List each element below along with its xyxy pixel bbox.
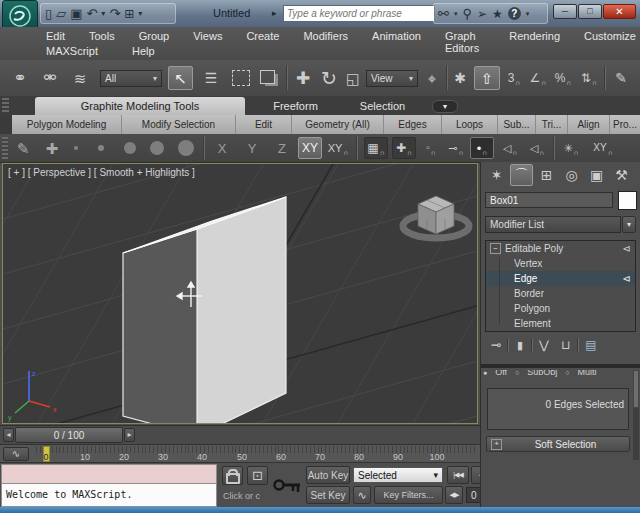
- window-close-button[interactable]: ✕: [603, 4, 636, 19]
- menu-modifiers[interactable]: Modifiers: [299, 29, 352, 55]
- key-mode-selection-dropdown[interactable]: Selected ▾: [353, 467, 443, 483]
- collapse-box-icon[interactable]: −: [490, 243, 501, 254]
- window-minimize-button[interactable]: ─: [553, 4, 577, 19]
- infocenter-arrow-icon[interactable]: ▸: [272, 9, 277, 18]
- constraint-z-button[interactable]: Z: [272, 139, 292, 157]
- rollout-expand-icon[interactable]: +: [491, 439, 502, 450]
- panel-tab-geometry-all[interactable]: Geometry (All): [292, 115, 384, 134]
- redo-icon[interactable]: ↷: [109, 7, 120, 20]
- hierarchy-tab-icon[interactable]: ⊞: [535, 164, 558, 186]
- window-maximize-button[interactable]: □: [578, 4, 602, 19]
- soft-selection-rollout[interactable]: + Soft Selection: [486, 436, 630, 452]
- ribbon-minimize-button[interactable]: ▾: [432, 100, 458, 113]
- panel-scrollbar-track[interactable]: [633, 370, 639, 460]
- panel-tab-edit[interactable]: Edit: [236, 115, 292, 134]
- stack-row-border[interactable]: Border: [486, 286, 635, 301]
- stack-row-polygon[interactable]: Polygon: [486, 301, 635, 316]
- bind-to-spacewarp-icon[interactable]: ≋: [68, 68, 92, 88]
- stack-row-element[interactable]: Element: [486, 316, 635, 331]
- ribbon-grip[interactable]: [2, 98, 9, 113]
- stack-row-vertex[interactable]: Vertex: [486, 256, 635, 271]
- panel-tab-sub[interactable]: Sub...: [498, 115, 536, 134]
- search-input[interactable]: [283, 5, 435, 22]
- constraint-xy-button[interactable]: XY: [298, 137, 322, 159]
- set-keys-button[interactable]: [272, 465, 302, 505]
- time-slider-next-button[interactable]: ▸: [124, 428, 135, 442]
- constraint-xy-snap-icon[interactable]: XY∩: [326, 137, 350, 159]
- open-file-icon[interactable]: ▱: [56, 7, 66, 20]
- workspace-icon[interactable]: ⊞: [124, 8, 134, 20]
- pin-stack-icon[interactable]: ⊸: [485, 339, 507, 351]
- panel-scrollbar-thumb[interactable]: [633, 370, 639, 408]
- grid-snap-button[interactable]: ▦∩: [364, 137, 388, 159]
- panel-tab-align[interactable]: Align: [568, 115, 610, 134]
- undo-caret-icon[interactable]: ▾: [101, 10, 105, 18]
- stack-pin-icon[interactable]: ⊲: [623, 244, 631, 254]
- preview-option-off[interactable]: Off: [495, 370, 507, 377]
- help-icon[interactable]: ?: [508, 7, 521, 20]
- modifier-list-dropdown[interactable]: Modifier List: [485, 216, 621, 233]
- help-caret-icon[interactable]: ▾: [526, 10, 530, 17]
- stack-row-editable-poly[interactable]: − Editable Poly ⊲: [486, 241, 635, 256]
- xy-snap-icon[interactable]: XY∩: [590, 137, 616, 159]
- angle-snap-icon[interactable]: ∠∩: [528, 68, 548, 88]
- keyboard-override-button[interactable]: ⇧: [474, 66, 500, 90]
- viewport-label[interactable]: [ + ] [ Perspective ] [ Smooth + Highlig…: [8, 167, 195, 178]
- maxscript-listener-pink[interactable]: [1, 464, 217, 484]
- track-bar[interactable]: ∿ 0 10 20 30 40 50 60 70 80 90 100: [0, 444, 480, 463]
- open-mini-curve-editor-button[interactable]: ∿: [3, 447, 29, 461]
- menu-rendering[interactable]: Rendering: [505, 29, 564, 55]
- constraint-y-button[interactable]: Y: [242, 139, 262, 157]
- select-and-link-icon[interactable]: ⚭: [8, 68, 32, 88]
- face-snap-icon[interactable]: ◁∩: [499, 137, 521, 159]
- preview-option-subobj[interactable]: SubObj: [527, 370, 557, 377]
- menu-animation[interactable]: Animation: [368, 29, 425, 55]
- key-mode-toggle-button[interactable]: ◀▶: [445, 486, 463, 504]
- snap-toggle-3d-icon[interactable]: 3∩: [504, 68, 524, 88]
- tab-graphite-modeling-tools[interactable]: Graphite Modeling Tools: [35, 97, 245, 115]
- save-file-icon[interactable]: ▣: [70, 7, 82, 20]
- vertex-snap-icon[interactable]: ▫∩: [420, 137, 442, 159]
- subobject-edge-dot[interactable]: [98, 145, 104, 151]
- menu-graph-editors[interactable]: Graph Editors: [441, 29, 489, 55]
- set-key-button[interactable]: Set Key: [306, 486, 350, 504]
- new-file-icon[interactable]: ▯: [45, 7, 52, 20]
- remove-modifier-icon[interactable]: ⊔: [555, 339, 577, 351]
- create-tab-icon[interactable]: ✶: [485, 164, 508, 186]
- subobject-polygon-dot[interactable]: [150, 141, 164, 155]
- midpoint-snap-button[interactable]: •∩: [470, 137, 494, 159]
- motion-tab-icon[interactable]: ◎: [560, 164, 583, 186]
- select-and-move-icon[interactable]: ✚: [291, 67, 315, 89]
- panel-grip[interactable]: [0, 115, 12, 134]
- select-by-name-icon[interactable]: ☰: [198, 68, 224, 88]
- menu-customize[interactable]: Customize: [580, 29, 640, 55]
- radio-multi-icon[interactable]: ○: [565, 370, 569, 376]
- tab-freeform[interactable]: Freeform: [258, 97, 333, 115]
- modify-tab-icon[interactable]: ⌒: [510, 164, 533, 186]
- display-tab-icon[interactable]: ▣: [585, 164, 608, 186]
- workspace-caret-icon[interactable]: ▾: [138, 10, 142, 18]
- use-pivot-center-icon[interactable]: ⌖: [422, 68, 442, 88]
- search-binoculars-icon[interactable]: ⚯: [438, 7, 449, 20]
- object-color-swatch[interactable]: [618, 191, 637, 210]
- constraint-x-button[interactable]: X: [212, 139, 232, 157]
- default-tangent-button[interactable]: ∿: [353, 486, 371, 504]
- percent-snap-icon[interactable]: %∩: [552, 68, 574, 88]
- reference-coordinate-dropdown[interactable]: View ▾: [366, 70, 418, 87]
- tab-selection[interactable]: Selection: [345, 97, 420, 115]
- utilities-tab-icon[interactable]: ⚒: [610, 164, 633, 186]
- select-and-rotate-icon[interactable]: ↻: [317, 66, 341, 90]
- panel-tab-modify-selection[interactable]: Modify Selection: [122, 115, 236, 134]
- selection-filter-dropdown[interactable]: All ▾: [100, 70, 162, 87]
- menu-help[interactable]: Help: [128, 44, 159, 58]
- favorites-star-icon[interactable]: ★: [492, 8, 503, 20]
- subscription-key-icon[interactable]: ⚲: [462, 7, 472, 20]
- rectangular-selection-icon[interactable]: [232, 70, 250, 86]
- panel-tab-tri[interactable]: Tri...: [536, 115, 568, 134]
- select-object-button[interactable]: ↖: [168, 66, 193, 90]
- face-center-snap-icon[interactable]: ◁∩: [526, 137, 548, 159]
- panel-splitter[interactable]: [481, 364, 640, 368]
- subobject-border-dot[interactable]: [124, 142, 136, 154]
- menu-maxscript[interactable]: MAXScript: [42, 44, 102, 58]
- menu-create[interactable]: Create: [242, 29, 283, 55]
